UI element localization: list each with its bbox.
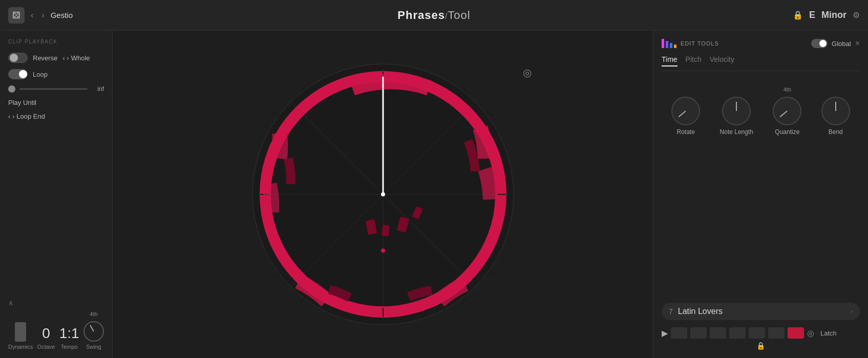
swing-knob[interactable]: [83, 321, 104, 342]
svg-line-16: [300, 297, 305, 305]
play-until-label: Play Until: [8, 99, 36, 106]
bend-label: Bend: [829, 128, 843, 136]
dynamics-label: Dynamics: [8, 344, 33, 350]
color-bar-1: [662, 39, 664, 48]
tempo-item: 1:1 Tempo: [59, 325, 79, 350]
dynamics-item: Dynamics: [8, 322, 33, 350]
rotate-knob-item: Rotate: [671, 97, 700, 136]
gear-icon[interactable]: ⚙: [853, 10, 860, 20]
circle-container[interactable]: ◎: [250, 61, 516, 327]
slider-track[interactable]: [19, 88, 88, 90]
target-icon[interactable]: ◎: [523, 66, 532, 79]
left-panel: CLIP PLAYBACK Reverse ‹ › Whole Loop inf…: [0, 31, 113, 358]
tab-velocity[interactable]: Velocity: [710, 55, 734, 66]
clip-playback-label: CLIP PLAYBACK: [8, 39, 104, 44]
svg-point-23: [381, 192, 385, 196]
slot-4[interactable]: [729, 327, 746, 339]
quantize-knob[interactable]: [773, 97, 801, 125]
reverse-toggle[interactable]: [8, 53, 28, 63]
palette-icon[interactable]: ◎: [807, 328, 814, 338]
key-label[interactable]: E: [809, 10, 815, 20]
phrases-tool-title: Phrases/Tool: [397, 9, 470, 22]
octave-item: 0 Octave: [37, 325, 55, 350]
edit-tools-label: EDIT TOOLS: [681, 40, 807, 47]
note-length-label: Note Length: [720, 128, 753, 136]
loop-end-row: ‹ › Loop End: [8, 113, 104, 120]
global-toggle-knob: [819, 40, 827, 47]
swing-item: 4th Swing: [83, 311, 104, 350]
svg-rect-19: [382, 225, 390, 236]
color-bar-4: [674, 44, 676, 48]
color-bars: [662, 39, 676, 48]
loop-toggle[interactable]: [8, 69, 28, 79]
scale-label[interactable]: Minor: [821, 10, 846, 20]
tab-time[interactable]: Time: [662, 55, 678, 66]
octave-value[interactable]: 0: [42, 325, 50, 342]
play-button[interactable]: ▶: [662, 328, 668, 338]
slot-1[interactable]: [671, 327, 687, 339]
slider-row: inf: [8, 85, 104, 93]
rotate-needle: [679, 110, 686, 117]
reverse-toggle-knob: [10, 54, 18, 62]
svg-point-24: [381, 249, 385, 253]
bend-knob-item: Bend: [821, 97, 850, 136]
slot-7-active[interactable]: [788, 327, 804, 339]
circular-display[interactable]: [250, 61, 516, 327]
loop-end-control[interactable]: ‹ › Loop End: [8, 113, 45, 120]
loop-row: Loop: [8, 69, 104, 79]
quantize-knob-item: 4th Quantize: [773, 86, 801, 136]
preset-arrow[interactable]: ›: [851, 308, 853, 315]
global-toggle[interactable]: [811, 39, 828, 48]
svg-line-14: [272, 273, 280, 277]
main-content: CLIP PLAYBACK Reverse ‹ › Whole Loop inf…: [0, 31, 868, 358]
color-bar-2: [666, 41, 668, 48]
tempo-value[interactable]: 1:1: [59, 325, 79, 342]
octave-label: Octave: [37, 344, 55, 350]
edit-tools-header: EDIT TOOLS Global ×: [662, 39, 860, 48]
close-button[interactable]: ×: [855, 39, 860, 48]
loop-end-label: Loop End: [16, 113, 45, 120]
dynamics-icon[interactable]: [15, 322, 26, 342]
app-title: Gestio: [51, 11, 73, 19]
bottom-lock-icon[interactable]: 🔒: [756, 342, 765, 350]
preset-name: Latin Lovers: [678, 307, 851, 316]
latch-label: Latch: [820, 329, 837, 337]
playback-row: ▶ ◎ Latch: [662, 327, 860, 339]
knob-row: Rotate Note Length 4th Quantize Bend: [662, 86, 860, 136]
rotate-label: Rotate: [677, 128, 695, 136]
tab-pitch[interactable]: Pitch: [686, 55, 702, 66]
swing-label: Swing: [86, 344, 101, 350]
svg-line-12: [272, 111, 280, 116]
bend-needle: [835, 102, 836, 111]
tempo-label: Tempo: [61, 344, 78, 350]
rotate-knob[interactable]: [671, 97, 700, 125]
quantize-value: 4th: [784, 86, 791, 93]
slot-5[interactable]: [749, 327, 765, 339]
loop-label: Loop: [33, 71, 48, 78]
nav-back-button[interactable]: ‹: [29, 9, 35, 22]
note-length-needle: [736, 102, 737, 111]
slot-6[interactable]: [768, 327, 785, 339]
loop-toggle-knob: [19, 70, 27, 78]
topbar-left: ⚄ ‹ › Gestio: [8, 7, 162, 24]
slot-3[interactable]: [710, 327, 726, 339]
note-length-knob-item: Note Length: [720, 97, 753, 136]
topbar: ⚄ ‹ › Gestio Phrases/Tool 🔒 E Minor ⚙: [0, 0, 868, 31]
slider-handle[interactable]: [8, 85, 15, 93]
bottom-row: Dynamics 0 Octave 1:1 Tempo 4th Swing: [8, 311, 104, 350]
note-length-knob[interactable]: [722, 97, 751, 125]
nav-forward-button[interactable]: ›: [39, 9, 46, 22]
chevron-up[interactable]: ∧: [8, 299, 104, 307]
lock-row: 🔒: [662, 342, 860, 350]
preset-section: 7 Latin Lovers › ▶ ◎ Latch 🔒: [662, 298, 860, 350]
lock-icon[interactable]: 🔒: [793, 10, 803, 20]
bottom-controls: ∧ Dynamics 0 Octave 1:1 Tempo 4th: [8, 299, 104, 350]
slot-2[interactable]: [690, 327, 707, 339]
global-toggle-wrap: Global: [811, 39, 851, 48]
whole-control[interactable]: ‹ › Whole: [62, 54, 90, 62]
bend-knob[interactable]: [821, 97, 850, 125]
app-icon[interactable]: ⚄: [8, 7, 25, 24]
preset-row[interactable]: 7 Latin Lovers ›: [662, 303, 860, 320]
tab-row: Time Pitch Velocity: [662, 55, 860, 71]
play-until-row: Play Until: [8, 99, 104, 106]
